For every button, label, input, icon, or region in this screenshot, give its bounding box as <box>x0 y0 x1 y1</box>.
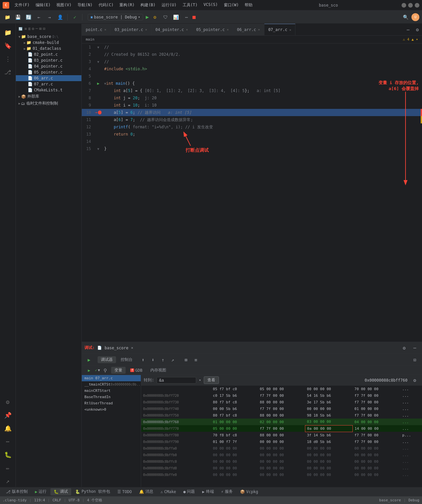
status-clang-tidy[interactable]: .clang-tidy <box>3 498 27 502</box>
tab-04-pointer[interactable]: 04_pointer.c ✕ <box>151 24 192 36</box>
tree-temp-files[interactable]: ▶ 🗂 临时文件和控制制 <box>16 100 81 107</box>
menu-help[interactable]: 帮助 <box>242 2 255 9</box>
bottom-tab-vcpkg[interactable]: 📦 Vcpkg <box>237 488 261 495</box>
bottom-tab-cmake[interactable]: ⚠ CMake <box>157 488 179 495</box>
panel-settings[interactable]: ⚙ <box>32 26 34 31</box>
goto-input[interactable] <box>157 377 196 384</box>
tree-root[interactable]: ▼ 📁 base_score D:\ <box>16 34 81 40</box>
toolbar-coverage-btn[interactable]: 🛡 <box>161 13 170 22</box>
status-project[interactable]: base_score <box>379 498 401 502</box>
minimize-button[interactable] <box>402 3 406 8</box>
bottom-tab-debug[interactable]: 🐛 调试 <box>50 488 71 495</box>
callstack-basethread[interactable]: BaseThreadIn <box>82 394 141 400</box>
debug-more-btn[interactable]: ⊡ <box>410 355 419 364</box>
callstack-tmain[interactable]: __tmainCRTSt 0x00000000c0b... <box>82 381 141 388</box>
menu-run[interactable]: 运行(U) <box>159 2 179 9</box>
toolbar-save-btn[interactable]: 💾 <box>13 13 22 22</box>
breakpoint-icon[interactable] <box>98 110 102 114</box>
toolbar-user-btn[interactable]: 👤 <box>55 13 65 22</box>
menu-edit[interactable]: 编辑(E) <box>33 2 53 9</box>
callstack-maincrt[interactable]: mainCRTStart <box>82 388 141 394</box>
callstack-unknown[interactable]: <unknown>0 <box>82 406 141 413</box>
activity-git[interactable]: ⎇ <box>2 66 14 78</box>
status-position[interactable]: 119:4 <box>34 498 45 502</box>
debug-cursor[interactable]: ↗ <box>168 355 177 364</box>
tab-point-close[interactable]: ✕ <box>105 28 106 31</box>
toolbar-refresh-btn[interactable]: 🔄 <box>24 13 33 22</box>
activity-bookmarks[interactable]: 🔖 <box>2 40 14 51</box>
tab-05-pointer[interactable]: 05_pointer.c ✕ <box>192 24 233 36</box>
activity-pin[interactable]: 📌 <box>2 409 14 421</box>
tab-point[interactable]: point.c ✕ <box>82 24 111 36</box>
tree-item-cmake-lists[interactable]: 📄 CMakeLists.t <box>16 87 81 93</box>
menu-vcs[interactable]: VCS(S) <box>201 2 220 9</box>
callstack-main[interactable]: main 07_arr.c <box>82 375 141 381</box>
toolbar-git-btn[interactable]: ✓ <box>70 13 79 22</box>
debug-list-view[interactable]: ≡ <box>191 355 200 364</box>
tree-item-01[interactable]: ▶ 📁 01_dataclass <box>16 46 81 51</box>
status-branch[interactable]: Debug <box>408 498 419 502</box>
debug-step-over[interactable]: ⬆ <box>138 355 148 364</box>
tree-item-03[interactable]: 📄 03_pointer.c <box>16 57 81 63</box>
tab-05-close[interactable]: ✕ <box>227 28 229 31</box>
tree-item-06[interactable]: 📄 06_arr.c <box>16 75 81 81</box>
gdb-tab[interactable]: f GDB <box>127 367 146 373</box>
bottom-tab-todo[interactable]: ☰ TODO <box>114 488 135 495</box>
tab-06-close[interactable]: ✕ <box>258 28 260 31</box>
lookup-button[interactable]: 查看 <box>204 376 219 384</box>
debug-resume-btn[interactable]: ▶ <box>84 355 94 364</box>
bottom-tab-version-control[interactable]: ⎇ 版本控制 <box>3 488 31 495</box>
menu-view[interactable]: 视图(V) <box>54 2 74 9</box>
close-button[interactable] <box>415 3 419 8</box>
toolbar-open-btn[interactable]: 📁 <box>3 13 12 22</box>
menu-code[interactable]: 代码(C) <box>96 2 116 9</box>
bottom-tab-terminal[interactable]: ▶ 终端 <box>199 488 217 495</box>
bottom-tab-messages[interactable]: 🔔 消息 <box>136 488 157 495</box>
tab-03-pointer[interactable]: 03_pointer.c ✕ <box>111 24 152 36</box>
menu-navigate[interactable]: 导航(N) <box>75 2 95 9</box>
panel-collapse-all[interactable]: ⊟ <box>43 26 45 31</box>
activity-settings[interactable]: ⚙ <box>2 396 14 408</box>
tab-07-close[interactable]: ✕ <box>289 28 291 32</box>
avatar-btn[interactable]: U <box>411 13 419 21</box>
memory-tab[interactable]: 内存视图 <box>147 367 169 374</box>
tab-07-arr[interactable]: 07_arr.c ✕ <box>264 24 296 36</box>
tree-item-07[interactable]: 📄 07_arr.c <box>16 81 81 87</box>
activity-debug-side[interactable]: 🐛 <box>2 449 14 460</box>
status-line-ending[interactable]: CRLF <box>52 498 61 502</box>
bottom-tab-run[interactable]: ▶ 运行 <box>32 488 50 495</box>
toolbar-build-btn[interactable]: ⚙ <box>150 13 160 22</box>
panel-collapse-btn[interactable]: ─ <box>410 343 419 353</box>
activity-notifications[interactable]: 🔔 <box>2 422 14 434</box>
panel-icon-2[interactable]: ≣ <box>28 26 30 31</box>
panel-settings-btn[interactable]: ⚙ <box>400 343 409 353</box>
debug-session-close[interactable]: ✕ <box>131 346 133 350</box>
stop-button[interactable]: ■ <box>193 14 196 20</box>
tab-more-btn[interactable]: ⋯ <box>404 25 413 34</box>
menu-window[interactable]: 窗口(W) <box>221 2 242 9</box>
status-spaces[interactable]: 4 个空格 <box>87 498 102 503</box>
bottom-tab-problems[interactable]: ● 问题 <box>180 488 198 495</box>
activity-project[interactable]: 📁 <box>2 26 14 38</box>
tree-external-libs[interactable]: ▶ 📦 外部库 <box>16 93 81 100</box>
activity-cursor[interactable]: ↗ <box>2 475 14 487</box>
debug-step-up[interactable]: ↑ <box>158 355 167 364</box>
menu-file[interactable]: 文件(F) <box>12 2 32 9</box>
panel-minus[interactable]: ─ <box>36 26 38 31</box>
search-btn[interactable]: 🔍 <box>401 13 410 22</box>
var-tab[interactable]: 变量 <box>111 367 126 374</box>
goto-dropdown-icon[interactable]: ▾ <box>199 378 201 382</box>
status-encoding[interactable]: UTF-8 <box>69 498 79 502</box>
tab-04-close[interactable]: ✕ <box>186 28 188 31</box>
activity-more[interactable]: ⋯ <box>2 435 14 447</box>
panel-expand-all[interactable]: ⊞ <box>39 26 42 31</box>
callstack-rtluser[interactable]: RtlUserThread <box>82 400 141 406</box>
maximize-button[interactable] <box>408 3 413 8</box>
run-button[interactable]: ▶ <box>146 14 149 20</box>
debug-power-btn[interactable]: ▶ <box>84 366 94 375</box>
memory-settings-btn[interactable]: ⚙ <box>410 376 419 385</box>
panel-icon-1[interactable]: ≡ <box>24 26 27 31</box>
memory-table-wrap[interactable]: 05 f7 bf c0 05 00 00 00 00 00 00 00 70 0… <box>141 386 422 487</box>
tree-item-cmake[interactable]: ▶ 📁 cmake-build <box>16 40 81 46</box>
toolbar-back-btn[interactable]: ← <box>34 13 44 22</box>
